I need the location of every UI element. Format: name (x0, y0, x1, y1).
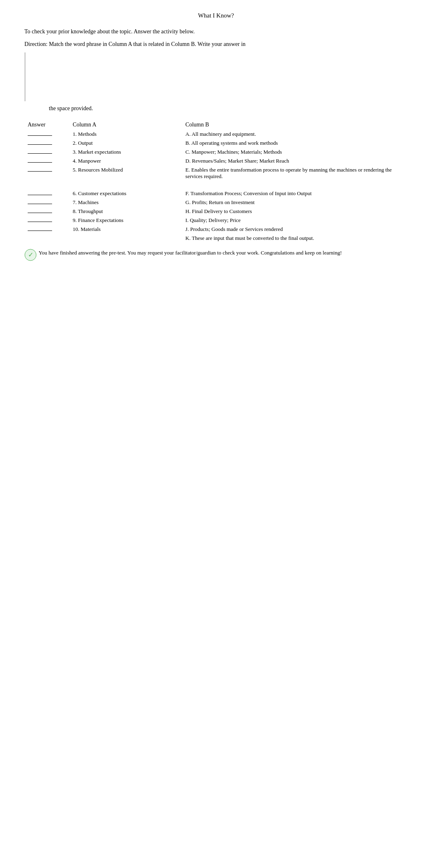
column-a-cell: 1. Methods (70, 130, 182, 139)
table-row: 7. MachinesG. Profits; Return on Investm… (24, 198, 408, 207)
answer-space-block (24, 52, 408, 101)
instruction-2: Direction: Match the word phrase in Colu… (24, 40, 408, 48)
table-row: 8. ThroughputH. Final Delivery to Custom… (24, 207, 408, 216)
column-a-cell: 8. Throughput (70, 207, 182, 216)
answer-cell[interactable] (24, 225, 70, 234)
column-b-cell: D. Revenues/Sales; Market Share; Market … (182, 157, 408, 165)
column-b-cell: E. Enables the entire transformation pro… (182, 165, 408, 181)
column-a-cell: 6. Customer expectations (70, 189, 182, 198)
column-b-cell: H. Final Delivery to Customers (182, 207, 408, 216)
column-a-cell (70, 234, 182, 243)
column-b-cell: G. Profits; Return on Investment (182, 198, 408, 207)
answer-cell[interactable] (24, 148, 70, 157)
table-row: 6. Customer expectationsF. Transformatio… (24, 189, 408, 198)
column-b-cell: B. All operating systems and work method… (182, 139, 408, 148)
table-row: 5. Resources MobilizedE. Enables the ent… (24, 165, 408, 181)
column-b-cell: A. All machinery and equipment. (182, 130, 408, 139)
table-row: 1. MethodsA. All machinery and equipment… (24, 130, 408, 139)
completion-row: ✓ You have finished answering the pre-te… (24, 249, 408, 261)
column-a-cell: 3. Market expectations (70, 148, 182, 157)
column-b-cell: J. Products; Goods made or Services rend… (182, 225, 408, 234)
column-b-cell: F. Transformation Process; Conversion of… (182, 189, 408, 198)
table-row: 9. Finance ExpectationsI. Quality; Deliv… (24, 216, 408, 225)
column-a-cell: 7. Machines (70, 198, 182, 207)
column-a-cell: 9. Finance Expectations (70, 216, 182, 225)
answer-cell[interactable] (24, 130, 70, 139)
table-row: 4. ManpowerD. Revenues/Sales; Market Sha… (24, 157, 408, 165)
table-row: 2. OutputB. All operating systems and wo… (24, 139, 408, 148)
column-b-cell: K. These are input that must be converte… (182, 234, 408, 243)
column-b-cell: I. Quality; Delivery; Price (182, 216, 408, 225)
answer-cell[interactable] (24, 207, 70, 216)
answer-cell[interactable] (24, 234, 70, 243)
column-a-cell: 2. Output (70, 139, 182, 148)
space-provided-text: the space provided. (24, 105, 408, 112)
checkmark-icon: ✓ (24, 249, 37, 261)
table-row: K. These are input that must be converte… (24, 234, 408, 243)
answer-cell[interactable] (24, 216, 70, 225)
instruction-1: To check your prior knowledge about the … (24, 27, 408, 36)
answer-cell[interactable] (24, 165, 70, 181)
completion-text: You have finished answering the pre-test… (39, 249, 342, 257)
column-a-cell: 4. Manpower (70, 157, 182, 165)
column-a-cell: 10. Materials (70, 225, 182, 234)
column-b-header: Column B (182, 120, 408, 130)
column-a-cell: 5. Resources Mobilized (70, 165, 182, 181)
answer-cell[interactable] (24, 139, 70, 148)
answer-cell[interactable] (24, 198, 70, 207)
answer-header: Answer (24, 120, 70, 130)
column-a-header: Column A (70, 120, 182, 130)
answer-cell[interactable] (24, 189, 70, 198)
answer-cell[interactable] (24, 157, 70, 165)
matching-table: Answer Column A Column B 1. MethodsA. Al… (24, 120, 408, 243)
column-b-cell: C. Manpower; Machines; Materials; Method… (182, 148, 408, 157)
section-title: What I Know? (24, 12, 408, 19)
svg-text:✓: ✓ (28, 251, 33, 258)
table-row: 3. Market expectationsC. Manpower; Machi… (24, 148, 408, 157)
table-row: 10. MaterialsJ. Products; Goods made or … (24, 225, 408, 234)
